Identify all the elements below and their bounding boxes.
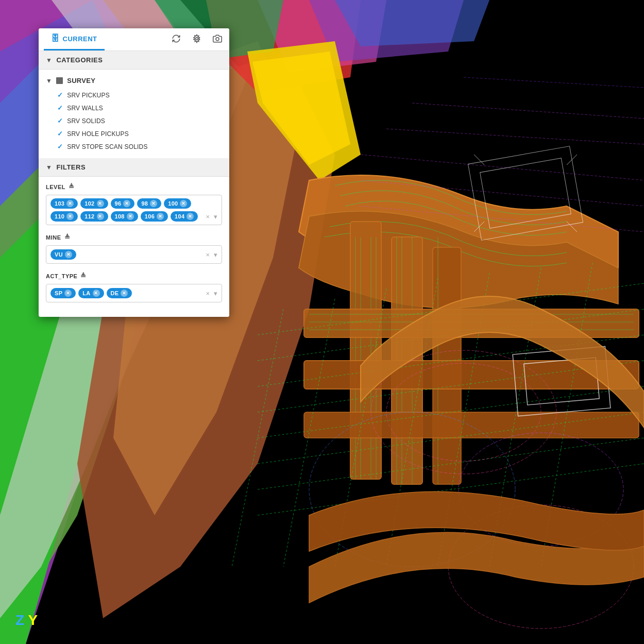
tab-current[interactable]: 🗄 CURRENT [44,28,105,50]
tag-close-icon[interactable]: ✕ [97,200,104,207]
tag-close-icon[interactable]: ✕ [66,200,74,207]
side-panel: 🗄 CURRENT [39,28,229,317]
acttype-tag-actions: × ▾ [206,290,217,297]
tag-close-icon[interactable]: ✕ [123,200,130,207]
tag-close-icon[interactable]: ✕ [93,290,100,297]
level-tag[interactable]: 104✕ [171,211,198,222]
mine-tag-container[interactable]: VU✕ × ▾ [46,245,222,264]
settings-button[interactable] [190,32,204,47]
tag-close-icon[interactable]: ✕ [121,290,128,297]
survey-icon [56,77,63,84]
survey-label: SURVEY [67,77,95,84]
level-tag-container[interactable]: 103✕102✕96✕98✕100✕110✕112✕108✕106✕104✕ ×… [46,195,222,225]
filters-section: ▼ FILTERS LEVEL ≜ 103✕102✕96✕98✕100✕110✕… [39,158,229,317]
filters-label: FILTERS [56,163,86,171]
axis-y-label: Y [28,612,38,628]
acttype-tag[interactable]: SP✕ [50,288,76,298]
survey-chevron: ▼ [46,77,52,84]
level-tag[interactable]: 98✕ [137,198,161,209]
acttype-filter-group: ACT_TYPE ≜ SP✕LA✕DE✕ × ▾ [46,272,222,302]
camera-button[interactable] [211,32,224,47]
filters-header[interactable]: ▼ FILTERS [39,158,229,177]
survey-header[interactable]: ▼ SURVEY [39,74,229,88]
svg-point-53 [216,37,219,40]
level-tag[interactable]: 112✕ [80,211,108,222]
mine-tag[interactable]: VU✕ [50,249,76,260]
survey-item-label: SRV HOLE PICKUPS [67,130,129,138]
tag-close-icon[interactable]: ✕ [127,213,134,220]
acttype-clear-icon[interactable]: × [206,290,210,297]
categories-label: CATEGORIES [56,56,103,64]
acttype-dropdown-icon[interactable]: ▾ [214,290,217,297]
survey-group: ▼ SURVEY ✓SRV PICKUPS✓SRV WALLS✓SRV SOLI… [39,70,229,158]
axis-indicator: Z Y [15,612,38,629]
categories-header[interactable]: ▼ CATEGORIES [39,51,229,70]
mine-dropdown-icon[interactable]: ▾ [214,251,217,259]
filters-chevron: ▼ [46,164,52,171]
survey-item-label: SRV SOLIDS [67,117,105,125]
tag-close-icon[interactable]: ✕ [157,213,164,220]
level-tag[interactable]: 108✕ [111,211,138,222]
level-tag[interactable]: 106✕ [141,211,168,222]
check-icon: ✓ [57,104,63,112]
level-filter-label: LEVEL ≜ [46,183,222,191]
database-icon: 🗄 [51,34,60,43]
tab-current-label: CURRENT [63,35,97,43]
acttype-filter-label: ACT_TYPE ≜ [46,272,222,280]
level-tag[interactable]: 103✕ [50,198,78,209]
level-tag[interactable]: 102✕ [80,198,108,209]
mine-filter-group: MINE ≜ VU✕ × ▾ [46,233,222,264]
level-clear-icon[interactable]: × [206,213,210,221]
level-filter-icon: ≜ [69,183,75,191]
check-icon: ✓ [57,91,63,99]
tag-close-icon[interactable]: ✕ [66,213,74,220]
mine-tag-actions: × ▾ [206,251,217,259]
acttype-filter-icon: ≜ [80,272,87,280]
acttype-tag-container[interactable]: SP✕LA✕DE✕ × ▾ [46,284,222,302]
survey-item[interactable]: ✓SRV SOLIDS [39,114,229,127]
axis-z-label: Z [15,612,24,628]
categories-chevron: ▼ [46,57,52,64]
tab-actions [170,32,224,47]
tag-close-icon[interactable]: ✕ [64,290,72,297]
categories-section: ▼ SURVEY ✓SRV PICKUPS✓SRV WALLS✓SRV SOLI… [39,70,229,158]
svg-point-52 [196,37,198,40]
refresh-button[interactable] [170,32,183,47]
level-tag-actions: × ▾ [206,213,217,221]
tab-bar: 🗄 CURRENT [39,28,229,51]
survey-item[interactable]: ✓SRV STOPE SCAN SOLIDS [39,140,229,153]
survey-item-label: SRV STOPE SCAN SOLIDS [67,143,147,150]
level-tag[interactable]: 100✕ [164,198,191,209]
survey-item-label: SRV PICKUPS [67,92,110,99]
mine-clear-icon[interactable]: × [206,251,210,259]
survey-item[interactable]: ✓SRV HOLE PICKUPS [39,127,229,140]
svg-rect-14 [304,412,639,438]
survey-item[interactable]: ✓SRV WALLS [39,101,229,114]
check-icon: ✓ [57,130,63,138]
level-filter-group: LEVEL ≜ 103✕102✕96✕98✕100✕110✕112✕108✕10… [46,183,222,225]
mine-filter-label: MINE ≜ [46,233,222,241]
acttype-tag[interactable]: DE✕ [107,288,132,298]
tag-close-icon[interactable]: ✕ [187,213,194,220]
tag-close-icon[interactable]: ✕ [65,251,72,258]
check-icon: ✓ [57,143,63,150]
mine-filter-icon: ≜ [64,233,71,241]
level-dropdown-icon[interactable]: ▾ [214,213,217,221]
tag-close-icon[interactable]: ✕ [150,200,157,207]
level-tag[interactable]: 110✕ [50,211,78,222]
survey-items: ✓SRV PICKUPS✓SRV WALLS✓SRV SOLIDS✓SRV HO… [39,88,229,154]
tag-close-icon[interactable]: ✕ [97,213,104,220]
survey-item[interactable]: ✓SRV PICKUPS [39,89,229,101]
filters-content: LEVEL ≜ 103✕102✕96✕98✕100✕110✕112✕108✕10… [39,177,229,317]
tag-close-icon[interactable]: ✕ [180,200,187,207]
check-icon: ✓ [57,117,63,125]
acttype-tag[interactable]: LA✕ [78,288,104,298]
survey-item-label: SRV WALLS [67,105,103,112]
level-tag[interactable]: 96✕ [111,198,135,209]
